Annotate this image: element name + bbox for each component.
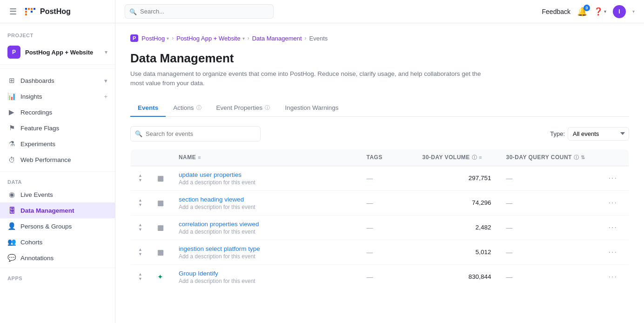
col-header-name: NAME ≡: [171, 149, 359, 166]
user-avatar-button[interactable]: I: [613, 5, 626, 18]
volume-info-icon[interactable]: ⓘ: [472, 154, 477, 161]
row-menu-5[interactable]: ···: [601, 264, 629, 289]
global-search-input[interactable]: [125, 4, 274, 19]
sidebar-label-insights: Insights: [20, 93, 99, 100]
project-selector[interactable]: P PostHog App + Website ▾: [0, 40, 115, 65]
row-volume-2: 74,296: [415, 190, 499, 215]
event-search-input[interactable]: [130, 126, 261, 141]
row-query-1: —: [499, 166, 601, 190]
sidebar-item-web-performance[interactable]: ⏱ Web Performance: [0, 152, 115, 168]
event-properties-info-icon[interactable]: ⓘ: [265, 104, 270, 111]
breadcrumb-app-website[interactable]: PostHog App + Website ▾: [176, 35, 244, 42]
sidebar-item-persons-groups[interactable]: 👤 Persons & Groups: [0, 218, 115, 234]
tab-ingestion-warnings[interactable]: Ingestion Warnings: [277, 100, 346, 117]
row-menu-1[interactable]: ···: [601, 166, 629, 190]
event-name-link-2[interactable]: section heading viewed: [179, 196, 244, 203]
row-more-icon-1[interactable]: ···: [609, 174, 617, 182]
actions-info-icon[interactable]: ⓘ: [196, 104, 201, 111]
row-menu-4[interactable]: ···: [601, 240, 629, 264]
filter-row: 🔍 Type: All events Custom events PostHog…: [130, 126, 629, 141]
sidebar-label-data-management: Data Management: [20, 207, 107, 214]
event-type-icon-1: ▦: [157, 174, 164, 182]
row-sort-controls-3[interactable]: ▲ ▼: [138, 223, 142, 232]
volume-filter-icon[interactable]: ≡: [479, 155, 482, 160]
tab-ingestion-warnings-label: Ingestion Warnings: [285, 104, 338, 111]
event-name-link-1[interactable]: update user properties: [179, 171, 242, 178]
row-volume-4: 5,012: [415, 240, 499, 264]
flask-icon: ⚗: [7, 140, 16, 148]
event-type-icon-2: ▦: [157, 199, 164, 207]
col-name-sort-icon[interactable]: ≡: [198, 155, 201, 160]
type-filter-select[interactable]: All events Custom events PostHog events: [568, 127, 629, 141]
breadcrumb-data-management[interactable]: Data Management: [252, 35, 302, 42]
row-icon-2: ▦: [150, 190, 171, 215]
sidebar-item-insights[interactable]: 📊 Insights +: [0, 88, 115, 104]
sidebar-item-live-events[interactable]: ◉ Live Events: [0, 187, 115, 202]
event-type-icon-5: ✦: [157, 273, 163, 281]
svg-rect-0: [22, 4, 37, 19]
topbar-left: ☰ PostHog: [7, 4, 71, 19]
sidebar-item-recordings[interactable]: ▶ Recordings: [0, 104, 115, 120]
logo-text: PostHog: [40, 7, 71, 16]
row-sort-controls-4[interactable]: ▲ ▼: [138, 248, 142, 256]
tab-event-properties[interactable]: Event Properties ⓘ: [209, 100, 278, 117]
breadcrumb-chevron-1: ▾: [167, 36, 169, 41]
event-desc-4: Add a description for this event: [179, 253, 352, 260]
avatar-chevron-icon[interactable]: ▾: [632, 9, 635, 14]
row-volume-3: 2,482: [415, 215, 499, 240]
row-sort-controls-5[interactable]: ▲ ▼: [138, 272, 142, 281]
topbar: ☰ PostHog: [0, 0, 115, 23]
sidebar-item-annotations[interactable]: 💬 Annotations: [0, 250, 115, 266]
row-name-3: correlation properties viewed Add a desc…: [171, 215, 359, 240]
apps-section-label: APPS: [0, 270, 115, 283]
notifications-button[interactable]: 🔔 0: [577, 7, 587, 17]
row-menu-3[interactable]: ···: [601, 215, 629, 240]
sidebar-item-data-management[interactable]: 🗄 Data Management: [0, 202, 115, 218]
event-name-link-4[interactable]: ingestion select platform type: [179, 245, 260, 252]
event-name-link-5[interactable]: Group Identify: [179, 270, 218, 277]
col-tags-label: TAGS: [367, 154, 382, 161]
search-icon: 🔍: [129, 8, 137, 15]
breadcrumb-sep-2: ›: [248, 35, 249, 41]
query-info-icon[interactable]: ⓘ: [574, 154, 579, 161]
col-name-label: NAME: [179, 154, 196, 161]
breadcrumb-app-label: PostHog App + Website: [176, 35, 240, 42]
feedback-button[interactable]: Feedback: [542, 8, 570, 15]
table-header-row: NAME ≡ TAGS 30-DAY VOLUME ⓘ: [131, 149, 629, 166]
row-controls-3: ▲ ▼: [131, 215, 150, 240]
row-name-5: Group Identify Add a description for thi…: [171, 264, 359, 289]
query-sort-icon[interactable]: ⇅: [581, 155, 585, 161]
row-controls-1: ▲ ▼: [131, 166, 150, 190]
tab-events[interactable]: Events: [130, 100, 166, 117]
row-more-icon-5[interactable]: ···: [609, 273, 617, 281]
menu-icon[interactable]: ☰: [7, 5, 19, 19]
breadcrumb-posthog[interactable]: P PostHog ▾: [130, 34, 169, 42]
sidebar-label-cohorts: Cohorts: [20, 239, 107, 246]
sort-up-icon: ▲: [138, 223, 142, 227]
row-controls-2: ▲ ▼: [131, 190, 150, 215]
row-sort-controls-1[interactable]: ▲ ▼: [138, 174, 142, 182]
user-icon: 👤: [7, 222, 16, 230]
row-more-icon-3[interactable]: ···: [609, 223, 617, 231]
breadcrumb-current: Events: [309, 35, 328, 42]
tab-actions[interactable]: Actions ⓘ: [166, 100, 208, 117]
help-button[interactable]: ❓ ▾: [594, 7, 606, 16]
sidebar-label-web-performance: Web Performance: [20, 156, 107, 163]
row-more-icon-2[interactable]: ···: [609, 199, 617, 207]
row-more-icon-4[interactable]: ···: [609, 248, 617, 256]
row-menu-2[interactable]: ···: [601, 190, 629, 215]
row-query-4: —: [499, 240, 601, 264]
data-section-label: DATA: [0, 174, 115, 187]
sidebar-item-feature-flags[interactable]: ⚑ Feature Flags: [0, 120, 115, 136]
insights-add-icon[interactable]: +: [104, 93, 107, 100]
row-icon-4: ▦: [150, 240, 171, 264]
sidebar-item-experiments[interactable]: ⚗ Experiments: [0, 136, 115, 152]
event-name-link-3[interactable]: correlation properties viewed: [179, 221, 259, 228]
sidebar-item-cohorts[interactable]: 👥 Cohorts: [0, 234, 115, 250]
event-desc-3: Add a description for this event: [179, 229, 352, 235]
row-sort-controls-2[interactable]: ▲ ▼: [138, 198, 142, 207]
table-row: ▲ ▼ ▦ correlation properties viewed Add …: [131, 215, 629, 240]
logo-area: PostHog: [22, 4, 71, 19]
sidebar-item-dashboards[interactable]: ⊞ Dashboards ▾: [0, 73, 115, 88]
radio-icon: ◉: [7, 190, 16, 199]
